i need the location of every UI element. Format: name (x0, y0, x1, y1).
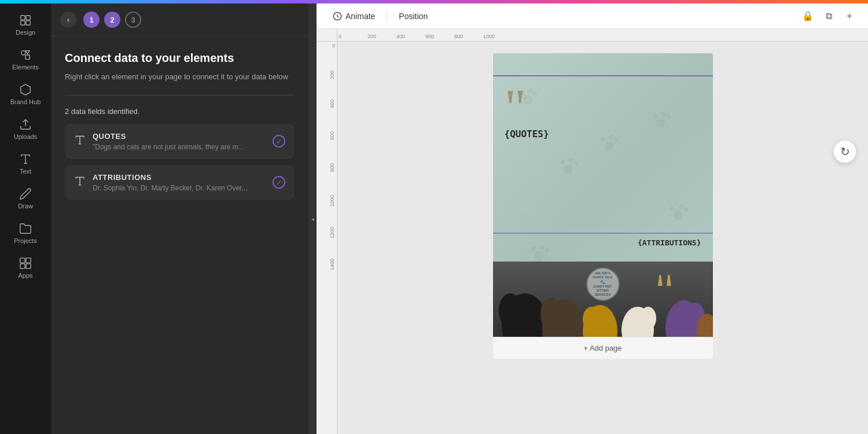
copy-icon: ⧉ (826, 11, 832, 21)
bottom-blue-line (493, 233, 713, 234)
canvas-main[interactable]: ↻ (337, 42, 868, 434)
svg-point-28 (569, 158, 573, 163)
svg-point-22 (656, 118, 665, 127)
svg-rect-2 (21, 21, 25, 25)
svg-point-32 (679, 204, 683, 209)
add-page-bar[interactable]: + Add page (493, 337, 713, 359)
add-page-label: + Add page (583, 344, 621, 352)
step-3: 3 (125, 12, 141, 28)
field-type-icon-attributions (74, 175, 86, 189)
sidebar-label-apps: Apps (18, 272, 32, 279)
sidebar-label-brand-hub: Brand Hub (10, 98, 41, 105)
svg-rect-0 (21, 16, 25, 20)
toolbar-icons: 🔒 ⧉ + (799, 7, 859, 25)
panel-header: ‹ 1 2 3 (51, 3, 308, 36)
svg-rect-10 (26, 258, 31, 263)
sidebar-item-uploads[interactable]: Uploads (2, 112, 49, 146)
sidebar-label-draw: Draw (18, 203, 33, 209)
logo-circle: HELTER'S HAPPY TALE 🐾 COMFY PET-SITTING … (586, 267, 620, 301)
svg-point-25 (666, 115, 671, 119)
field-type-icon-quotes (74, 134, 86, 148)
svg-point-27 (560, 160, 565, 164)
lock-button[interactable]: 🔒 (799, 7, 817, 25)
add-icon: + (847, 11, 852, 21)
sidebar: Design Elements Brand Hub Uploads (0, 3, 51, 434)
sidebar-label-text: Text (20, 168, 31, 175)
quote-marks-top: " (502, 82, 565, 131)
sidebar-label-projects: Projects (14, 237, 37, 244)
svg-point-52 (540, 297, 561, 330)
svg-point-38 (604, 141, 613, 150)
svg-text:": " (505, 82, 526, 128)
svg-point-39 (601, 137, 605, 141)
brand-icon (19, 83, 32, 96)
svg-point-24 (661, 112, 666, 116)
animate-icon (333, 12, 342, 21)
field-card-attributions[interactable]: ATTRIBUTIONS Dr. Sophia Yin, Dr. Marty B… (65, 165, 295, 200)
ruler-top: 0 200 400 600 800 1000 (337, 29, 868, 42)
sidebar-label-elements: Elements (12, 64, 39, 71)
refresh-icon: ↻ (840, 145, 850, 159)
field-info-attributions: ATTRIBUTIONS Dr. Sophia Yin, Dr. Marty B… (93, 173, 266, 192)
sidebar-item-text[interactable]: Text (2, 147, 49, 181)
projects-icon (19, 222, 32, 235)
step-indicators: 1 2 3 (83, 12, 141, 28)
top-blue-line (493, 75, 713, 76)
svg-point-29 (573, 161, 578, 165)
canvas-scroll-area[interactable]: 0 200 400 600 800 1000 0 200 400 600 800… (317, 29, 868, 434)
svg-rect-1 (26, 16, 30, 20)
field-card-quotes[interactable]: QUOTES "Dogs and cats are not just anima… (65, 124, 295, 159)
svg-rect-9 (20, 258, 25, 263)
sidebar-item-projects[interactable]: Projects (2, 216, 49, 250)
connect-title: Connect data to your elements (65, 50, 295, 65)
svg-point-33 (683, 207, 688, 212)
panel-content: Connect data to your elements Right clic… (51, 36, 308, 434)
canvas-area: Animate Position 🔒 ⧉ + (317, 3, 868, 434)
svg-point-35 (531, 247, 536, 251)
svg-text:": " (655, 252, 674, 293)
attributions-placeholder-text: {ATTRIBUTIONS} (638, 238, 701, 247)
sidebar-label-design: Design (16, 29, 35, 36)
sidebar-item-apps[interactable]: Apps (2, 251, 49, 285)
refresh-button[interactable]: ↻ (833, 140, 856, 163)
uploads-icon (19, 118, 32, 131)
back-button[interactable]: ‹ (60, 12, 76, 28)
lock-icon: 🔒 (802, 10, 814, 21)
field-preview-quotes: "Dogs and cats are not just animals, the… (93, 143, 266, 151)
sidebar-item-brand-hub[interactable]: Brand Hub (2, 78, 49, 111)
ruler-corner (317, 29, 337, 42)
svg-point-23 (653, 113, 657, 118)
sidebar-label-uploads: Uploads (14, 133, 37, 140)
svg-point-41 (614, 138, 619, 142)
sidebar-item-design[interactable]: Design (2, 8, 49, 42)
quote-marks-bottom: " (655, 250, 707, 293)
text-icon (19, 153, 32, 165)
position-button[interactable]: Position (392, 8, 435, 24)
canvas-toolbar: Animate Position 🔒 ⧉ + (317, 3, 868, 29)
step-2: 2 (104, 12, 120, 28)
sidebar-item-draw[interactable]: Draw (2, 182, 49, 215)
panel-toggle[interactable]: ◂ (308, 3, 317, 434)
svg-rect-5 (25, 55, 30, 59)
add-button[interactable]: + (840, 7, 859, 25)
svg-point-26 (564, 164, 573, 174)
add-page-button[interactable]: + Add page (583, 344, 621, 352)
card-background: " {QUOTES} {ATTRIBUTIONS} " (493, 53, 713, 337)
svg-point-37 (545, 248, 549, 252)
svg-rect-3 (26, 21, 30, 25)
field-name-quotes: QUOTES (93, 132, 266, 141)
ruler-left: 0 200 400 600 800 1000 1200 1400 (317, 42, 337, 434)
data-connect-panel: ‹ 1 2 3 Connect data to your elements Ri… (51, 3, 308, 434)
svg-point-34 (535, 251, 544, 260)
svg-rect-12 (26, 264, 31, 269)
copy-button[interactable]: ⧉ (819, 7, 838, 25)
field-info-quotes: QUOTES "Dogs and cats are not just anima… (93, 132, 266, 151)
toolbar-separator (387, 10, 387, 22)
animate-button[interactable]: Animate (326, 8, 382, 24)
divider (65, 95, 295, 95)
sidebar-item-elements[interactable]: Elements (2, 43, 49, 76)
design-card[interactable]: " {QUOTES} {ATTRIBUTIONS} " (493, 53, 713, 359)
svg-point-30 (674, 211, 683, 220)
apps-icon (19, 257, 32, 270)
field-preview-attributions: Dr. Sophia Yin, Dr. Marty Becker, Dr. Ka… (93, 184, 266, 192)
